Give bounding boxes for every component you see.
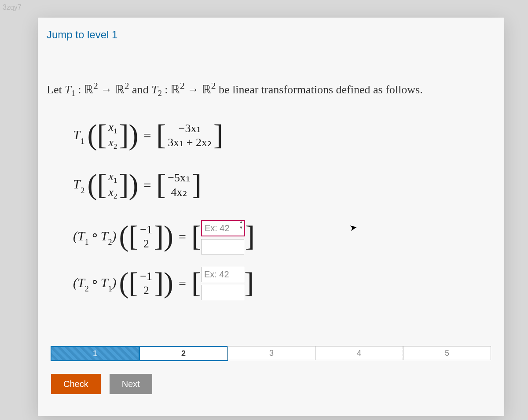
answer-row-2: (T2∘T1) ( [ −1 2 ] ) = [ ]: [73, 267, 504, 300]
open-bracket: [: [97, 122, 106, 147]
compose-t2t1: (T2∘T1): [73, 275, 116, 292]
close-bracket2: ]: [244, 269, 254, 295]
open-paren: (: [87, 171, 97, 197]
t2-sym: T: [151, 83, 158, 96]
progress-step-4[interactable]: 4: [315, 346, 403, 360]
equation-t2: T2 ( [ x1 x2 ] ) = [ −5x₁ 4x₂ ]: [73, 169, 504, 201]
next-button[interactable]: Next: [110, 374, 152, 394]
input-vector: x1 x2: [106, 169, 119, 201]
prompt-text: Let: [47, 83, 65, 96]
open-bracket2: [: [156, 122, 166, 147]
close-bracket: ]: [119, 171, 128, 197]
spinner-down-icon[interactable]: ▼: [238, 226, 244, 232]
sup2: 2: [93, 81, 98, 91]
open-bracket: [: [128, 269, 138, 295]
t1-sub: 1: [71, 89, 75, 98]
check-button[interactable]: Check: [51, 374, 101, 394]
jump-to-level-link[interactable]: Jump to level 1: [47, 29, 504, 41]
problem-prompt: Let T1 : ℝ2 → ℝ2 and T2 : ℝ2 → ℝ2 be lin…: [47, 81, 504, 98]
real-sym4: ℝ: [202, 83, 211, 96]
t2-sub: 2: [158, 89, 162, 98]
x2: x: [108, 136, 114, 149]
close-bracket: ]: [119, 122, 128, 147]
close-paren: ): [128, 171, 138, 197]
equals-sign: =: [143, 178, 151, 193]
progress-step-5[interactable]: 5: [403, 346, 491, 360]
open-paren: (: [119, 269, 128, 295]
close-bracket2: ]: [213, 122, 223, 147]
t2-label: T: [73, 177, 81, 191]
progress-step-3[interactable]: 3: [227, 346, 315, 360]
t1-sym: T: [65, 83, 71, 96]
prompt-tail: be linear transformations defined as fol…: [216, 83, 423, 96]
arrow1: →: [98, 83, 115, 96]
x2: x: [108, 186, 114, 199]
button-row: Check Next: [51, 374, 152, 394]
compose-t1t2: (T1∘T2): [73, 228, 116, 246]
progress-bar: 1 2 3 4 5: [51, 346, 491, 361]
out-top: −5x₁: [168, 171, 190, 185]
close-bracket: ]: [154, 269, 164, 295]
equals-sign: =: [179, 276, 186, 291]
open-paren: (: [87, 122, 97, 147]
real-sym: ℝ: [84, 83, 93, 96]
out-top: −3x₁: [179, 122, 201, 136]
out-bot: 4x₂: [171, 185, 187, 200]
v-top: −1: [140, 223, 152, 237]
answer-row-1: (T1∘T2) ( [ −1 2 ] ) = [ ▲ ▼ ]: [73, 219, 504, 254]
x2-sub: 2: [114, 142, 117, 151]
close-bracket: ]: [154, 223, 164, 249]
close-paren: ): [164, 223, 173, 249]
x1: x: [108, 170, 114, 183]
output-vector: −3x₁ 3x₁ + 2x₂: [166, 122, 213, 150]
real-sym2: ℝ: [115, 83, 125, 96]
x1: x: [108, 121, 114, 133]
watermark-text: 3zqy7: [3, 4, 22, 11]
v-top: −1: [140, 269, 152, 284]
v-bot: 2: [143, 237, 149, 251]
open-paren: (: [119, 223, 128, 249]
real-sym3: ℝ: [171, 83, 180, 96]
close-paren: ): [128, 122, 138, 147]
and-text: and: [129, 83, 152, 96]
answers-block: (T1∘T2) ( [ −1 2 ] ) = [ ▲ ▼ ]: [73, 219, 504, 300]
answer-input-1-bottom[interactable]: [201, 239, 244, 254]
answer-input-2-bottom[interactable]: [201, 285, 244, 300]
arrow2: →: [185, 83, 202, 96]
definitions-block: T1 ( [ x1 x2 ] ) = [ −3x₁ 3x₁ + 2x₂ ] T2…: [73, 120, 504, 201]
sup2c: 2: [180, 81, 185, 91]
x1-sub: 1: [114, 127, 117, 135]
x1-sub: 1: [114, 177, 117, 185]
input-vector: −1 2: [138, 223, 154, 251]
sep: :: [75, 83, 84, 96]
answer-input-2-top[interactable]: [201, 267, 244, 282]
problem-card: Jump to level 1 Let T1 : ℝ2 → ℝ2 and T2 …: [38, 18, 504, 416]
v-bot: 2: [143, 284, 149, 298]
open-bracket2: [: [191, 223, 201, 249]
close-bracket2: ]: [192, 171, 202, 197]
open-bracket: [: [128, 223, 138, 249]
output-vector: −5x₁ 4x₂: [166, 171, 192, 199]
equation-t1: T1 ( [ x1 x2 ] ) = [ −3x₁ 3x₁ + 2x₂ ]: [73, 120, 504, 151]
progress-step-1[interactable]: 1: [51, 346, 139, 361]
sup2b: 2: [125, 81, 129, 91]
close-bracket2: ]: [245, 223, 255, 249]
t1-label: T: [73, 127, 81, 142]
sep2: :: [162, 83, 171, 96]
input-vector: −1 2: [138, 269, 154, 298]
open-bracket2: [: [156, 171, 166, 197]
t2-label-sub: 2: [81, 186, 85, 195]
input-vector: x1 x2: [106, 120, 119, 151]
equals-sign: =: [179, 229, 186, 244]
out-bot: 3x₁ + 2x₂: [168, 136, 212, 150]
equals-sign: =: [143, 128, 151, 143]
t1-label-sub: 1: [81, 136, 85, 146]
sup2d: 2: [211, 81, 216, 91]
spinner-controls: ▲ ▼: [238, 220, 244, 232]
open-bracket2: [: [191, 269, 201, 295]
open-bracket: [: [97, 171, 106, 197]
x2-sub: 2: [114, 192, 117, 200]
close-paren: ): [164, 269, 173, 295]
progress-step-2[interactable]: 2: [139, 346, 228, 361]
